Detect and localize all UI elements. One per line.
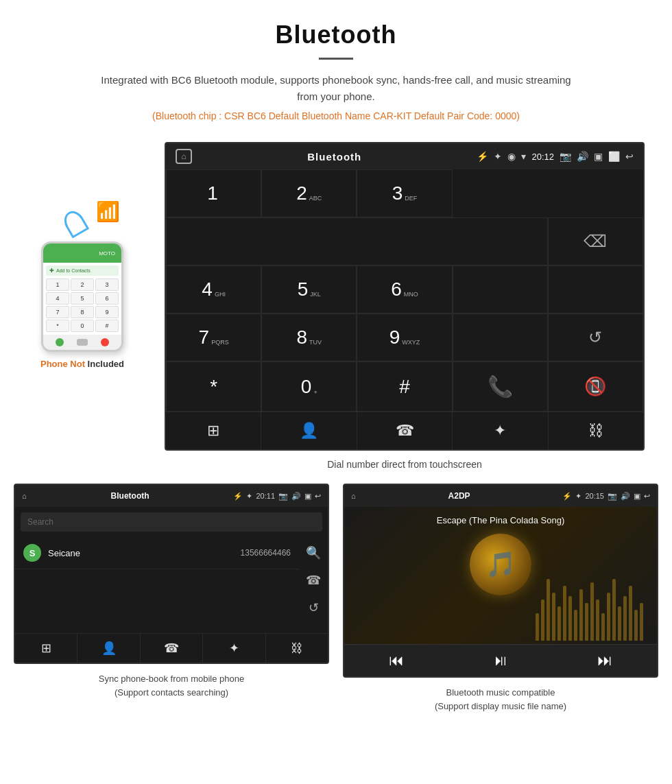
dial-key-4[interactable]: 4GHI — [166, 265, 261, 313]
pb-contact-row[interactable]: S Seicane 13566664466 — [15, 537, 299, 569]
car-screen-container: ⌂ Bluetooth ⚡ ✦ ◉ ▾ 20:12 📷 🔊 ▣ ⬜ ↩ — [151, 142, 658, 470]
dial-key-9[interactable]: 9WXYZ — [357, 313, 452, 361]
dial-number-display — [166, 217, 548, 265]
music-song-title: Escape (The Pina Colada Song) — [429, 507, 573, 534]
dial-key-8[interactable]: 8TUV — [261, 313, 357, 361]
car-screen-dialpad: ⌂ Bluetooth ⚡ ✦ ◉ ▾ 20:12 📷 🔊 ▣ ⬜ ↩ — [165, 142, 645, 451]
music-time: 20:15 — [585, 492, 604, 500]
phone-frame: MOTO ✚Add to Contacts 123 456 789 *0# — [41, 241, 123, 352]
dial-key-2[interactable]: 2ABC — [261, 169, 357, 217]
pb-side-icons: 🔍 ☎ ↺ — [299, 537, 328, 633]
pb-search-placeholder: Search — [27, 517, 53, 527]
music-note-icon: 🎵 — [485, 550, 516, 579]
location-icon: ◉ — [507, 151, 516, 162]
phonebook-screen: ⌂ Bluetooth ⚡ ✦ 20:11 📷 🔊 ▣ ↩ Search — [14, 484, 329, 664]
page-header: Bluetooth Integrated with BC6 Bluetooth … — [0, 0, 672, 142]
nav-bluetooth-button[interactable]: ✦ — [453, 412, 548, 449]
pb-bottom-nav: ⊞ 👤 ☎ ✦ ⛓ — [15, 633, 328, 663]
phone-bottom-bar — [43, 335, 121, 350]
window-icon: ▣ — [594, 151, 603, 162]
prev-button[interactable]: ⏮ — [389, 652, 404, 669]
next-button[interactable]: ⏭ — [597, 652, 612, 669]
middle-section: 📶 MOTO ✚Add to Contacts 123 456 789 *0# — [0, 142, 672, 470]
pb-side-refresh-icon[interactable]: ↺ — [309, 600, 319, 615]
nav-phone-button[interactable]: ☎ — [357, 412, 453, 449]
pb-nav-phone[interactable]: ☎ — [141, 634, 203, 663]
nav-link-button[interactable]: ⛓ — [549, 412, 643, 449]
music-camera-icon: 📷 — [608, 492, 617, 501]
pb-back-icon: ↩ — [315, 492, 321, 501]
phone-keypad: 123 456 789 *0# — [46, 278, 119, 332]
refresh-button[interactable]: ↺ — [548, 313, 643, 361]
dial-key-1[interactable]: 1 — [166, 169, 261, 217]
pb-home-icon: ⌂ — [22, 492, 27, 500]
wifi-signal-icon: 📶 — [96, 200, 120, 223]
dial-key-5[interactable]: 5JKL — [261, 265, 357, 313]
phone-add-contacts: ✚Add to Contacts — [46, 265, 119, 276]
pb-body: S Seicane 13566664466 🔍 ☎ ↺ — [15, 537, 328, 633]
nav-dialpad-button[interactable]: ⊞ — [166, 412, 261, 449]
car-statusbar: ⌂ Bluetooth ⚡ ✦ ◉ ▾ 20:12 📷 🔊 ▣ ⬜ ↩ — [166, 143, 643, 169]
call-end-button[interactable]: 📵 — [548, 361, 643, 412]
music-status-left: ⌂ — [351, 492, 356, 500]
pb-nav-bt[interactable]: ✦ — [203, 634, 265, 663]
dial-key-0[interactable]: 0+ — [261, 361, 357, 412]
play-pause-button[interactable]: ⏯ — [493, 652, 508, 669]
back-icon: ↩ — [625, 151, 634, 162]
pb-search-bar[interactable]: Search — [21, 512, 322, 532]
dial-key-star[interactable]: * — [166, 361, 261, 412]
pb-contact-avatar: S — [23, 544, 41, 562]
dialpad-grid: 1 2ABC 3DEF ⌫ 4GHI 5JKL 6MNO — [166, 169, 643, 412]
pb-bt-icon: ✦ — [246, 492, 252, 501]
signal-icon: ▾ — [521, 151, 526, 162]
music-home-icon: ⌂ — [351, 492, 356, 500]
backspace-button[interactable]: ⌫ — [548, 217, 643, 265]
header-divider — [319, 58, 353, 60]
phone-call-btn — [56, 338, 64, 346]
phone-not-included: Phone Not Included — [40, 359, 124, 369]
pb-side-call-icon[interactable]: ☎ — [306, 573, 321, 588]
usb-icon: ⚡ — [477, 151, 488, 162]
music-controls: ⏮ ⏯ ⏭ — [344, 644, 657, 676]
dial-caption: Dial number direct from touchscreen — [327, 459, 482, 470]
spacer-3 — [453, 313, 548, 361]
phone-home-btn — [77, 339, 88, 346]
pb-nav-contacts[interactable]: 👤 — [77, 634, 140, 663]
music-status-title: A2DP — [448, 491, 470, 501]
nav-contacts-button[interactable]: 👤 — [261, 412, 357, 449]
pb-usb-icon: ⚡ — [233, 492, 243, 501]
volume-icon: 🔊 — [577, 151, 588, 162]
phone-status-icons: MOTO — [99, 250, 115, 257]
pb-camera-icon: 📷 — [278, 492, 288, 501]
status-title: Bluetooth — [307, 151, 361, 163]
phone-top-bar: MOTO — [43, 243, 121, 263]
pb-status-title: Bluetooth — [111, 491, 149, 501]
home-button[interactable]: ⌂ — [176, 149, 192, 164]
status-right: ⚡ ✦ ◉ ▾ 20:12 📷 🔊 ▣ ⬜ ↩ — [477, 151, 634, 162]
dial-key-3[interactable]: 3DEF — [357, 169, 452, 217]
music-album-art: 🎵 — [470, 534, 531, 595]
car-bottom-nav: ⊞ 👤 ☎ ✦ ⛓ — [166, 412, 643, 449]
pb-contact-name: Seicane — [48, 548, 234, 558]
pb-side-search-icon[interactable]: 🔍 — [306, 545, 321, 560]
dial-key-7[interactable]: 7PQRS — [166, 313, 261, 361]
call-green-button[interactable]: 📞 — [453, 361, 548, 412]
dial-key-hash[interactable]: # — [357, 361, 452, 412]
phone-container: 📶 MOTO ✚Add to Contacts 123 456 789 *0# — [14, 142, 151, 369]
pb-status-right: ⚡ ✦ 20:11 📷 🔊 ▣ ↩ — [233, 492, 321, 501]
music-win-icon: ▣ — [634, 492, 640, 501]
pb-time: 20:11 — [256, 492, 275, 500]
music-statusbar: ⌂ A2DP ⚡ ✦ 20:15 📷 🔊 ▣ ↩ — [344, 485, 657, 507]
bottom-panels: ⌂ Bluetooth ⚡ ✦ 20:11 📷 🔊 ▣ ↩ Search — [0, 470, 672, 733]
pb-contacts-list: S Seicane 13566664466 — [15, 537, 299, 633]
status-left: ⌂ — [176, 149, 192, 164]
pb-win-icon: ▣ — [304, 492, 311, 501]
music-content: Escape (The Pina Colada Song) 🎵 — [344, 507, 657, 644]
pb-nav-dialpad[interactable]: ⊞ — [15, 634, 77, 663]
pb-vol-icon: 🔊 — [291, 492, 301, 501]
music-back-icon: ↩ — [644, 492, 650, 501]
dial-key-6[interactable]: 6MNO — [357, 265, 452, 313]
music-caption: Bluetooth music compatible (Support disp… — [435, 686, 566, 713]
pb-nav-link[interactable]: ⛓ — [266, 634, 328, 663]
pb-contact-number: 13566664466 — [241, 548, 291, 558]
